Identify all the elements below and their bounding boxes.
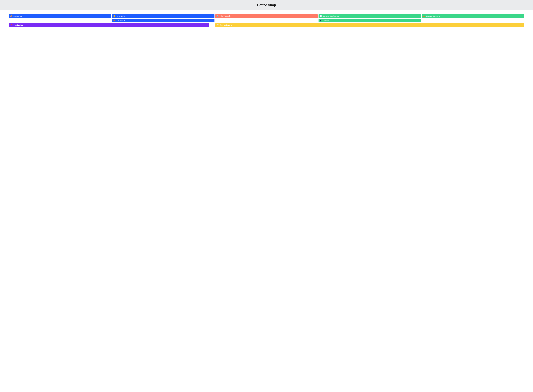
megaphone-icon: 📢	[217, 24, 219, 26]
section-header: 📱 Channels	[319, 19, 421, 22]
truck-icon: 🚚	[10, 15, 12, 17]
business-model-canvas: 🚚 Key Partners Coffee bean suppliers Equ…	[0, 10, 533, 31]
section-title: Key Partners	[14, 15, 22, 17]
section-header: 🚚 Key Partners	[9, 14, 111, 18]
phone-icon: 📱	[320, 20, 322, 21]
section-header: ⚙️ Value Proposition	[215, 14, 318, 18]
section-title: Customer Relationships	[323, 15, 339, 17]
croissant-icon: 🥐	[114, 20, 115, 21]
page-title: Coffee Shop	[0, 3, 533, 7]
section-cost-structure: 📍 Cost Structure Labor costs Rent for of…	[9, 23, 209, 27]
card-icon: 💳	[114, 15, 115, 17]
section-header: 🥧 Customer Segments	[422, 14, 524, 18]
pin-icon: 📍	[10, 24, 12, 26]
section-header: 📊 Customer Relationships	[319, 14, 421, 18]
section-key-activities: 💳 Key Activities Roast coffee beans Crea…	[112, 14, 214, 18]
chart-icon: 📊	[320, 15, 322, 17]
section-revenue-streams: 📢 Revenue Streams Sell coffee and food p…	[215, 23, 524, 27]
section-title: Cost Structure	[14, 24, 23, 26]
section-title: Key Resources	[117, 20, 127, 21]
section-title: Value Proposition	[220, 15, 231, 17]
section-header: 🥐 Key Resources	[112, 19, 214, 22]
section-title: Key Activities	[117, 15, 125, 17]
section-customer-segments: 🥧 Customer Segments Young adults Profess…	[422, 14, 524, 18]
section-title: Channels	[323, 20, 329, 21]
section-value-proposition: ⚙️ Value Proposition Offer high-quality …	[215, 14, 318, 18]
page-header: Coffee Shop	[0, 0, 533, 10]
section-customer-relationships: 📊 Customer Relationships Provide persona…	[319, 14, 421, 18]
section-header: 📍 Cost Structure	[9, 23, 209, 27]
section-title: Revenue Streams	[220, 24, 232, 26]
section-key-resources: 🥐 Key Resources Premium coffee beans Tra…	[112, 19, 214, 22]
section-key-partners: 🚚 Key Partners Coffee bean suppliers Equ…	[9, 14, 111, 18]
section-title: Customer Segments	[426, 15, 440, 17]
section-header: 💳 Key Activities	[112, 14, 214, 18]
pie-icon: 🥧	[423, 15, 425, 17]
section-header: 📢 Revenue Streams	[215, 23, 524, 27]
section-channels: 📱 Channels Brick and mortar stores Mobil…	[319, 19, 421, 22]
gear-icon: ⚙️	[217, 15, 219, 17]
